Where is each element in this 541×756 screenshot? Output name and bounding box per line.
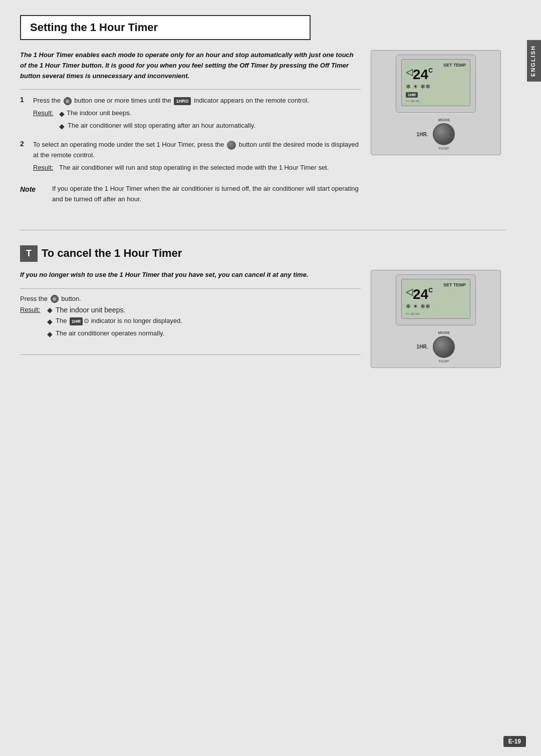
- step2-result-text: The air conditioner will run and stop op…: [59, 163, 329, 173]
- temp-bottom-label-2: TEMP.: [438, 359, 450, 363]
- mode-btn-area-1: MODE TEMP.: [433, 118, 455, 151]
- step1-text: Press the: [33, 97, 61, 104]
- remote-extra-row-1: ≈≈ oo oo: [406, 99, 466, 103]
- remote-temp-arrow-2: ◁: [406, 287, 413, 296]
- remote-diagram-2: SET TEMP ◁ 24 C ❄ ☀ ❄❄: [371, 270, 501, 368]
- step2-result-block: Result: The air conditioner will run and…: [33, 163, 361, 173]
- step1-bullet2: ◆ The air conditioner will stop operatin…: [59, 121, 361, 132]
- note-block: Note If you operate the 1 Hour Timer whe…: [20, 184, 361, 205]
- step1-bullet1: The indoor unit beeps.: [67, 108, 131, 119]
- section1-header-box: Setting the 1 Hour Timer: [20, 15, 311, 40]
- remote-diagram-1: SET TEMP ◁ 24 C ❄ ☀ ❄❄: [371, 50, 501, 155]
- section2-title-box: T To cancel the 1 Hour Timer: [20, 245, 182, 262]
- step1-mid: button one or more times until the: [74, 97, 171, 104]
- remote-top-panel-1: SET TEMP ◁ 24 C ❄ ☀ ❄❄: [396, 55, 476, 113]
- step1-content: Press the ⊙ button one or more times unt…: [33, 96, 361, 133]
- section1-text-col: The 1 Hour Timer enables each mode to op…: [20, 50, 361, 215]
- english-tab: ENGLISH: [527, 40, 541, 82]
- remote-display-1: SET TEMP ◁ 24 C ❄ ☀ ❄❄: [401, 59, 470, 106]
- main-content: Setting the 1 Hour Timer The 1 Hour Time…: [20, 0, 526, 368]
- section2-bullet: T: [20, 245, 38, 262]
- divider3: [20, 288, 361, 289]
- step2-result-label: Result:: [33, 163, 57, 173]
- remote-icons-row-2: ❄ ☀ ❄❄: [406, 303, 466, 310]
- bullet-sym-2: ◆: [59, 121, 65, 132]
- remote-bottom-area-2: 1HR. MODE TEMP.: [375, 330, 496, 363]
- cancel-bullet3: ◆ The air conditioner operates normally.: [47, 328, 361, 339]
- mode-top-label-2: MODE: [438, 330, 450, 335]
- section1-layout: The 1 Hour Timer enables each mode to op…: [20, 50, 506, 215]
- section2-layout: If you no longer wish to use the 1 Hour …: [20, 270, 506, 368]
- step1-num: 1: [20, 96, 28, 133]
- page-number: E-19: [503, 736, 526, 747]
- section2-header: T To cancel the 1 Hour Timer: [20, 245, 506, 262]
- step1-bullets: ◆ The air conditioner will stop operatin…: [59, 121, 361, 132]
- remote-temp-value-1: 24: [413, 68, 428, 82]
- section2-image-col: SET TEMP ◁ 24 C ❄ ☀ ❄❄: [371, 270, 506, 368]
- temp-bottom-label-1: TEMP.: [438, 146, 450, 151]
- step1-result-line: Result: ◆ The indoor unit beeps.: [33, 108, 361, 119]
- press-line: Press the ⊙ button.: [20, 295, 361, 303]
- step1-result-block: Result: ◆ The indoor unit beeps. ◆ The a…: [33, 108, 361, 132]
- section2-intro: If you no longer wish to use the 1 Hour …: [20, 270, 361, 280]
- step2-num: 2: [20, 140, 28, 174]
- mode-button-circle-2[interactable]: [433, 336, 455, 358]
- step1: 1 Press the ⊙ button one or more times u…: [20, 96, 361, 133]
- section2-title: To cancel the 1 Hour Timer: [38, 247, 182, 260]
- cancel-bullet2: ◆ The 1HR⊙ indicator is no longer displa…: [47, 316, 361, 327]
- note-label: Note: [20, 184, 45, 205]
- remote-temp-deg-1: C: [428, 68, 433, 74]
- remote-bottom-area-1: 1HR. MODE TEMP.: [375, 118, 496, 151]
- remote-temp-deg-2: C: [428, 287, 433, 293]
- remote-1hr-badge-1: 1HR: [406, 92, 466, 97]
- mode-top-label-1: MODE: [438, 118, 450, 122]
- cancel-result-header: Result: ◆ The indoor unit beeps.: [20, 306, 361, 314]
- step1-end: indicator appears on the remote control.: [194, 97, 309, 104]
- section1-image-col: SET TEMP ◁ 24 C ❄ ☀ ❄❄: [371, 50, 506, 215]
- mode-button-icon[interactable]: [227, 141, 236, 150]
- 1hr-button-icon[interactable]: ⊙: [64, 97, 72, 105]
- remote-extra-row-2: ≈≈ oo oo: [406, 312, 466, 315]
- step2-text: To select an operating mode under the se…: [33, 141, 224, 148]
- cancel-bullets: ◆ The 1HR⊙ indicator is no longer displa…: [20, 316, 361, 339]
- section1-intro: The 1 Hour Timer enables each mode to op…: [20, 50, 361, 81]
- cancel-bullet1: The indoor unit beeps.: [56, 306, 125, 314]
- 1hr-btn-icon-cancel[interactable]: ⊙: [51, 295, 59, 303]
- 1hr-indicator-badge: 1HR⊙: [174, 97, 191, 105]
- remote-top-panel-2: SET TEMP ◁ 24 C ❄ ☀ ❄❄: [396, 274, 476, 325]
- remote-temp-arrow-1: ◁: [406, 68, 413, 77]
- page-container: ENGLISH E-19 Setting the 1 Hour Timer Th…: [0, 0, 541, 756]
- remote-1hr-label-2: 1HR.: [417, 344, 428, 349]
- step2-content: To select an operating mode under the se…: [33, 140, 361, 174]
- cancel-1hr-badge: 1HR: [70, 317, 83, 325]
- step2: 2 To select an operating mode under the …: [20, 140, 361, 174]
- remote-icons-row-1: ❄ ☀ ❄❄: [406, 83, 466, 90]
- remote-temp-1: ◁ 24 C: [406, 68, 466, 82]
- bullet-sym-1: ◆: [59, 108, 65, 119]
- divider2: [20, 230, 506, 230]
- divider1: [20, 89, 361, 90]
- remote-temp-value-2: 24: [413, 287, 428, 301]
- remote-display-2: SET TEMP ◁ 24 C ❄ ☀ ❄❄: [401, 279, 470, 319]
- section2-text-col: If you no longer wish to use the 1 Hour …: [20, 270, 361, 368]
- cancel-result-label: Result:: [20, 306, 44, 313]
- section1-title: Setting the 1 Hour Timer: [30, 21, 301, 34]
- divider4: [20, 354, 361, 355]
- remote-temp-2: ◁ 24 C: [406, 287, 466, 301]
- remote-1hr-label-1: 1HR.: [417, 132, 428, 137]
- mode-btn-area-2: MODE TEMP.: [433, 330, 455, 363]
- step2-result-line: Result: The air conditioner will run and…: [33, 163, 361, 173]
- mode-button-circle-1[interactable]: [433, 123, 455, 145]
- note-text: If you operate the 1 Hour Timer when the…: [52, 184, 361, 205]
- step1-result-label: Result:: [33, 108, 57, 119]
